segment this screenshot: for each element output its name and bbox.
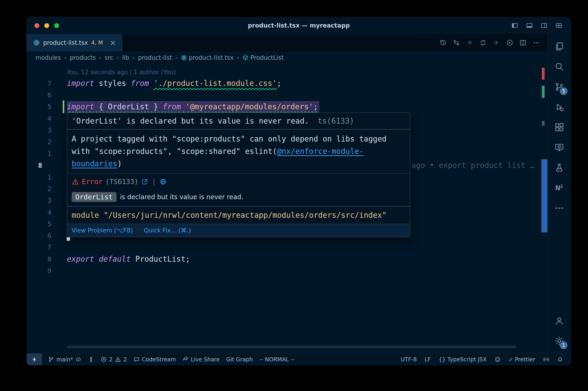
breadcrumb-item-productlist[interactable]: ProductList — [242, 54, 283, 61]
broadcast-icon — [543, 356, 549, 363]
activity-explorer[interactable] — [548, 36, 571, 57]
line-number: 5 — [27, 220, 51, 228]
ts-diagnostic-message: 'OrderList' is declared but its value is… — [72, 116, 309, 125]
breadcrumb-label: ProductList — [250, 54, 283, 61]
activity-remote-explorer[interactable] — [548, 137, 571, 158]
line-number: 9 — [27, 267, 51, 275]
activity-additional-views[interactable] — [548, 198, 571, 218]
vscode-window: product-list.tsx — myreactapp product-li… — [27, 17, 571, 365]
globe-icon[interactable] — [160, 178, 167, 185]
status-notifications[interactable] — [556, 354, 564, 365]
toggle-primary-sidebar-button[interactable] — [511, 22, 519, 29]
line-number: 4 — [27, 208, 51, 216]
beaker-icon — [554, 163, 564, 173]
git-branch-icon — [48, 356, 54, 363]
sync-button[interactable] — [479, 39, 487, 46]
status-codestream[interactable]: CodeStream — [133, 354, 177, 365]
toggle-secondary-sidebar-button[interactable] — [540, 22, 548, 29]
breadcrumb-item-src[interactable]: src — [104, 54, 113, 61]
code-line[interactable]: 9 — [27, 265, 540, 277]
activity-run-and-debug[interactable] — [548, 97, 571, 117]
eslint-diagnostic: A project tagged with "scope:products" c… — [67, 130, 410, 173]
more-actions-button[interactable] — [533, 39, 540, 46]
activity-source-control[interactable]: 5 — [548, 77, 571, 97]
status-live-share[interactable]: Live Share — [181, 354, 221, 365]
status-language-mode[interactable]: {} TypeScript JSX — [438, 354, 488, 365]
code-token: ProductList; — [131, 255, 190, 264]
timeline-button[interactable] — [439, 39, 447, 46]
git-compare-button[interactable] — [453, 39, 460, 46]
navigate-forward-button[interactable] — [493, 39, 500, 46]
code-token: OrderList — [108, 102, 149, 111]
status-git-graph[interactable]: Git Graph — [225, 354, 254, 365]
code-token: ; — [277, 79, 281, 88]
react-icon — [33, 39, 40, 46]
external-link-icon[interactable] — [141, 178, 148, 185]
code-line[interactable]: 7import styles from './product-list.modu… — [27, 77, 540, 89]
breadcrumb-separator: › — [64, 54, 66, 61]
breadcrumb-label: lib — [122, 54, 129, 61]
activity-manage[interactable]: 1 — [548, 331, 571, 351]
activity-nx-console[interactable]: N2 — [548, 178, 571, 198]
bell-icon — [557, 356, 563, 363]
breadcrumb-item-product-list.tsx[interactable]: product-list.tsx — [181, 54, 234, 61]
activity-extensions[interactable] — [548, 117, 571, 137]
breadcrumb-label: product-list — [138, 54, 172, 61]
popup-resize-handle[interactable] — [67, 237, 70, 241]
code-token: ; — [313, 102, 318, 111]
status-remote-indicator[interactable] — [27, 354, 42, 365]
horizontal-scrollbar[interactable] — [67, 346, 516, 348]
tab-product-list[interactable]: product-list.tsx 4, M × — [27, 34, 122, 51]
breadcrumb-item-products[interactable]: products — [70, 54, 96, 61]
status-label: -- NORMAL -- — [259, 356, 295, 363]
line-number: 2 — [27, 138, 51, 146]
breadcrumb-item-product-list[interactable]: product-list — [138, 54, 172, 61]
module-path: "/Users/juri/nrwl/content/myreactapp/mod… — [104, 211, 387, 220]
code-editor[interactable]: You, 12 seconds ago | 1 author (You)7imp… — [27, 64, 547, 353]
status-broadcast[interactable] — [542, 354, 550, 365]
vertical-scrollbar-thumb[interactable] — [541, 159, 547, 232]
code-token — [149, 79, 154, 88]
zoom-window-button[interactable] — [54, 23, 59, 28]
error-detail: Error(TS6133) | OrderList is declared bu… — [67, 174, 410, 206]
overview-ruler[interactable] — [541, 64, 547, 353]
status-prettier[interactable]: ✓ Prettier — [507, 354, 536, 365]
breadcrumb-item-lib[interactable]: lib — [122, 54, 129, 61]
symbol-message: is declared but its value is never read. — [120, 193, 244, 201]
status-vim-mode[interactable]: -- NORMAL -- — [258, 354, 296, 365]
minimize-window-button[interactable] — [44, 23, 49, 28]
status-feedback[interactable] — [494, 354, 502, 365]
status-problems[interactable]: 22 — [100, 354, 128, 365]
breadcrumb-item-modules[interactable]: modules — [35, 54, 61, 61]
line-number: 1 — [27, 150, 51, 158]
navigate-back-button[interactable] — [466, 39, 473, 46]
status-encoding[interactable]: UTF-8 — [400, 354, 418, 365]
code-token: from — [131, 79, 149, 88]
quick-fix-action[interactable]: Quick Fix... (⌘.) — [144, 227, 191, 234]
error-mark — [542, 68, 545, 80]
split-editor-button[interactable] — [519, 39, 527, 46]
code-line[interactable]: 7 — [27, 241, 540, 253]
status-commit-graph[interactable] — [87, 354, 95, 365]
customize-layout-button[interactable] — [555, 22, 563, 29]
activity-testing[interactable] — [548, 158, 571, 178]
activity-accounts[interactable] — [548, 311, 571, 331]
window-title: product-list.tsx — myreactapp — [248, 22, 350, 29]
code-line[interactable]: 5import { OrderList } from '@myreactapp/… — [27, 101, 540, 112]
view-problem-action[interactable]: View Problem (⌥F8) — [72, 227, 133, 234]
toggle-panel-button[interactable] — [525, 22, 533, 29]
code-line[interactable]: 8export default ProductList; — [27, 253, 540, 265]
symbol-box-icon — [242, 55, 249, 61]
tab-close-button[interactable]: × — [110, 39, 116, 46]
smiley-icon — [495, 356, 501, 363]
account-icon — [554, 316, 564, 326]
code-line[interactable]: 6 — [27, 89, 540, 101]
close-window-button[interactable] — [34, 23, 39, 28]
status-git-branch[interactable]: main* — [47, 354, 83, 365]
activity-search[interactable] — [548, 57, 571, 77]
ts-diagnostic: 'OrderList' is declared but its value is… — [67, 113, 410, 129]
line-number: 6 — [27, 232, 51, 240]
status-eol[interactable]: LF — [424, 354, 432, 365]
remote-icon — [31, 356, 37, 363]
run-button[interactable] — [506, 39, 513, 46]
